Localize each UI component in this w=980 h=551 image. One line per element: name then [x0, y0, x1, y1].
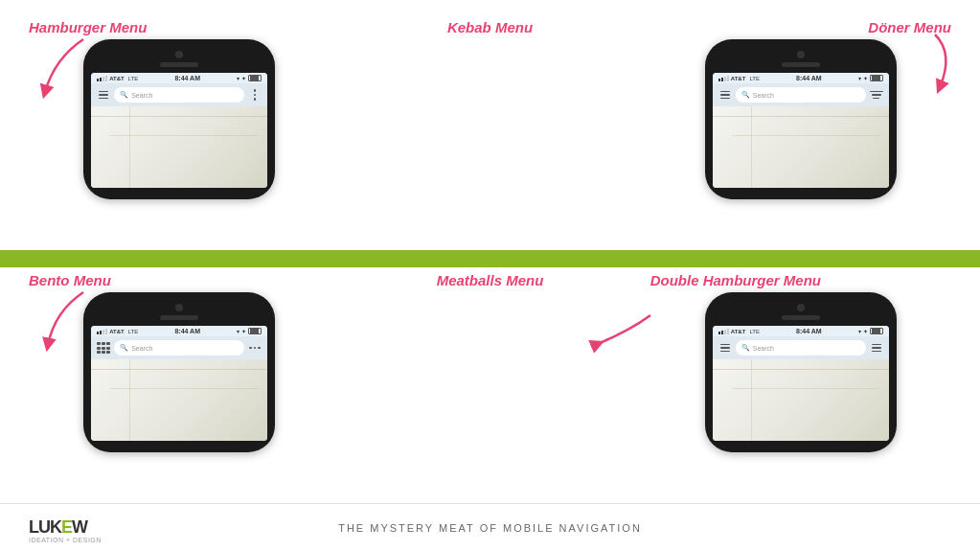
carrier-2: AT&T — [731, 76, 746, 81]
battery-2 — [870, 75, 883, 81]
wifi-icon-3: ▾ — [237, 328, 239, 334]
col-bento: Bento Menu — [29, 272, 330, 498]
search-icon-3: 🔍 — [120, 344, 128, 352]
phone-bento: AT&T LTE 8:44 AM ▾ ✦ — [83, 292, 275, 452]
battery-4 — [870, 328, 883, 334]
signal-1 — [97, 76, 107, 81]
phone-screen-1: AT&T LTE 8:44 AM ▾ ✦ — [91, 73, 267, 188]
meatballs-label: Meatballs Menu — [437, 272, 544, 288]
search-bar-1[interactable]: 🔍 Search — [114, 87, 244, 103]
search-text-4: Search — [753, 345, 774, 352]
wifi-icon-4: ▾ — [858, 328, 861, 334]
footer-logo-area: LUKEW IDEATION + DESIGN — [29, 518, 102, 543]
phone-speaker-3 — [160, 315, 198, 320]
time-1: 8:44 AM — [174, 75, 200, 81]
footer-logo: LUKEW — [29, 518, 102, 536]
phone-body-2: AT&T LTE 8:44 AM ▾ ✦ — [705, 39, 897, 199]
status-left-1: AT&T LTE — [97, 76, 138, 81]
phone-screen-4: AT&T LTE 8:44 AM ▾ ✦ — [713, 326, 889, 441]
time-4: 8:44 AM — [796, 328, 822, 334]
bento-label: Bento Menu — [29, 272, 111, 288]
status-right-2: ▾ ✦ — [858, 75, 883, 81]
signal-3 — [97, 329, 107, 334]
time-3: 8:44 AM — [174, 328, 200, 334]
status-right-1: ▾ ✦ — [237, 75, 262, 81]
hamburger-icon-4[interactable] — [718, 344, 732, 353]
map-3 — [91, 359, 267, 441]
phone-screen-2: AT&T LTE 8:44 AM ▾ ✦ — [713, 73, 889, 188]
col-meatballs: Meatballs Menu — [339, 272, 640, 498]
footer: LUKEW IDEATION + DESIGN THE MYSTERY MEAT… — [0, 503, 980, 551]
col-doner: Döner Menu — [650, 19, 951, 245]
status-left-2: AT&T LTE — [718, 76, 760, 81]
signal-2 — [718, 76, 729, 81]
status-bar-4: AT&T LTE 8:44 AM ▾ ✦ — [713, 326, 889, 336]
battery-3 — [248, 328, 262, 334]
bluetooth-icon-3: ✦ — [241, 328, 246, 334]
col-kebab: Kebab Menu — [339, 19, 640, 245]
wifi-icon-2: ▾ — [858, 75, 861, 81]
status-left-3: AT&T LTE — [97, 329, 138, 334]
network-1: LTE — [128, 76, 139, 81]
phone-body-4: AT&T LTE 8:44 AM ▾ ✦ — [705, 292, 897, 452]
footer-title: THE MYSTERY MEAT OF MOBILE NAVIGATION — [338, 522, 642, 534]
search-bar-4[interactable]: 🔍 Search — [736, 340, 866, 356]
hamburger-label: Hamburger Menu — [29, 19, 147, 35]
search-icon-4: 🔍 — [741, 344, 750, 352]
double-hamburger-icon-4[interactable] — [870, 344, 883, 353]
bento-icon-3[interactable] — [97, 342, 110, 354]
phone-body-3: AT&T LTE 8:44 AM ▾ ✦ — [83, 292, 275, 452]
phone-screen-3: AT&T LTE 8:44 AM ▾ ✦ — [91, 326, 267, 441]
search-icon-1: 🔍 — [120, 91, 128, 99]
status-bar-1: AT&T LTE 8:44 AM ▾ ✦ — [91, 73, 267, 83]
search-text-2: Search — [753, 92, 774, 99]
phone-camera-4 — [797, 304, 805, 311]
divider — [0, 250, 980, 267]
toolbar-2: 🔍 Search — [713, 83, 889, 106]
signal-4 — [718, 329, 729, 334]
phone-camera-3 — [175, 304, 183, 311]
network-4: LTE — [749, 329, 760, 334]
search-icon-2: 🔍 — [741, 91, 750, 99]
double-hamburger-label: Double Hamburger Menu — [650, 272, 821, 288]
carrier-4: AT&T — [731, 329, 746, 334]
hamburger-icon-1[interactable] — [97, 91, 110, 100]
hamburger-icon-2[interactable] — [718, 91, 732, 100]
map-2 — [713, 106, 889, 188]
carrier-1: AT&T — [109, 76, 125, 81]
doner-icon-2[interactable] — [870, 91, 883, 100]
network-2: LTE — [749, 76, 760, 81]
phone-speaker-2 — [782, 62, 820, 67]
top-row: Hamburger Menu — [0, 0, 980, 250]
kebab-label: Kebab Menu — [447, 19, 533, 35]
meatballs-icon-3[interactable] — [248, 347, 262, 350]
status-bar-3: AT&T LTE 8:44 AM ▾ ✦ — [91, 326, 267, 336]
phone-hamburger: AT&T LTE 8:44 AM ▾ ✦ — [83, 39, 275, 199]
phone-camera-1 — [175, 51, 183, 58]
bluetooth-icon-1: ✦ — [241, 75, 246, 81]
status-right-3: ▾ ✦ — [237, 328, 262, 334]
phone-camera-2 — [797, 51, 805, 58]
time-2: 8:44 AM — [796, 75, 822, 81]
status-left-4: AT&T LTE — [718, 329, 760, 334]
phone-doner: AT&T LTE 8:44 AM ▾ ✦ — [705, 39, 897, 199]
toolbar-3: 🔍 Search — [91, 336, 267, 359]
footer-logo-container: LUKEW IDEATION + DESIGN — [29, 518, 102, 543]
search-bar-3[interactable]: 🔍 Search — [114, 340, 244, 356]
phone-speaker-4 — [782, 315, 820, 320]
main-container: Hamburger Menu — [0, 0, 980, 551]
toolbar-1: 🔍 Search — [91, 83, 267, 106]
logo-w: E — [61, 517, 72, 537]
doner-label: Döner Menu — [868, 19, 951, 35]
carrier-3: AT&T — [109, 329, 125, 334]
col-double-hamburger: Double Hamburger Menu — [650, 272, 951, 498]
map-4 — [713, 359, 889, 441]
wifi-icon-1: ▾ — [237, 75, 239, 81]
phone-double-hamburger: AT&T LTE 8:44 AM ▾ ✦ — [705, 292, 897, 452]
search-bar-2[interactable]: 🔍 Search — [736, 87, 866, 103]
footer-tagline: IDEATION + DESIGN — [29, 537, 102, 543]
kebab-icon-1[interactable] — [248, 89, 262, 101]
battery-1 — [248, 75, 262, 81]
search-text-1: Search — [131, 92, 152, 99]
bottom-row: Bento Menu — [0, 267, 980, 503]
